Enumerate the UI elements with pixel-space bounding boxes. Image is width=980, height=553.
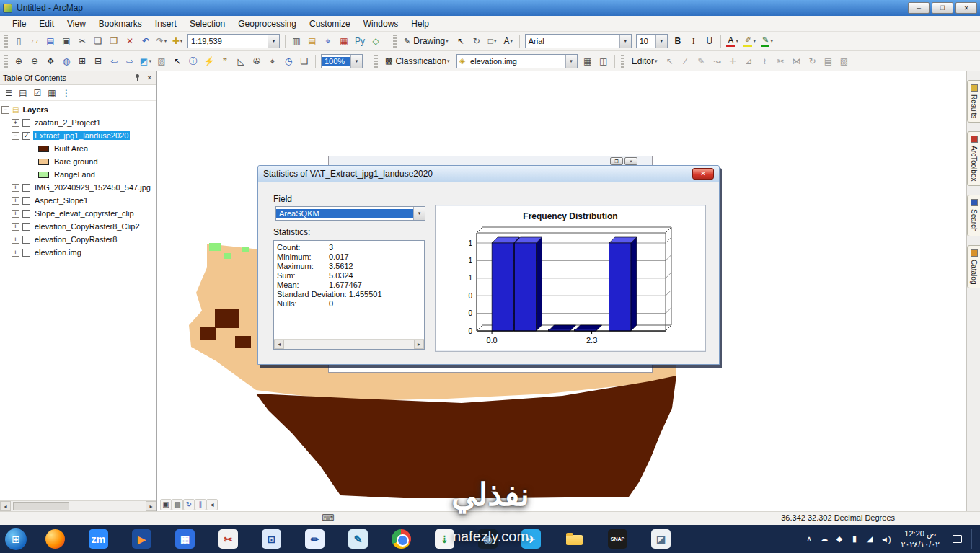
tree-expander-icon[interactable]	[12, 210, 19, 218]
layer-name[interactable]: elevation_CopyRaster8_Clip2	[33, 222, 141, 231]
show-desktop-button[interactable]	[971, 529, 974, 549]
time-slider-icon[interactable]: ◷	[281, 54, 296, 68]
toc-item-zaatari-2-project1[interactable]: zaatari_2_Project1	[0, 116, 156, 129]
zoom-out-icon[interactable]: ⊖	[27, 54, 42, 68]
copy-icon[interactable]: ❏	[91, 34, 105, 48]
close-button[interactable]: ✕	[955, 2, 977, 14]
map-scroll-left-button[interactable]: ◂	[206, 499, 218, 510]
snipping-tool-icon[interactable]: ✂	[218, 529, 238, 549]
attributes-icon[interactable]: ▤	[821, 54, 836, 68]
find-icon[interactable]: ✇	[250, 54, 264, 68]
toc-item-layers[interactable]: ▤Layers	[0, 103, 156, 116]
sketch-properties-icon[interactable]: ▧	[837, 54, 852, 68]
layer-name[interactable]: zaatari_2_Project1	[33, 118, 102, 127]
font-size-dropdown-icon[interactable]: ▾	[655, 35, 667, 48]
file-explorer-icon[interactable]	[565, 529, 584, 549]
pan-icon[interactable]: ✥	[43, 54, 58, 68]
paste-icon[interactable]: ❐	[107, 34, 121, 48]
layer-checkbox[interactable]	[22, 223, 30, 231]
tree-expander-icon[interactable]	[12, 184, 19, 192]
fixed-zoom-out-icon[interactable]: ⊟	[91, 54, 105, 68]
cut-polygons-icon[interactable]: ✂	[774, 54, 788, 68]
font-color-icon[interactable]: A▾	[725, 34, 741, 48]
go-forward-extent-icon[interactable]: ⇨	[123, 54, 137, 68]
rotate-tool-icon[interactable]: ↻	[805, 54, 820, 68]
maximize-button[interactable]: ❐	[932, 2, 953, 14]
dialog-titlebar[interactable]: Statistics of VAT_Extract_jpg1_landuse20…	[258, 166, 719, 182]
layer-name[interactable]: elevation_CopyRaster8	[33, 235, 118, 244]
menu-view[interactable]: View	[61, 17, 92, 30]
modelbuilder-icon[interactable]: ◇	[368, 34, 383, 48]
font-family-dropdown-icon[interactable]: ▾	[619, 35, 631, 48]
tab-results[interactable]: Results	[967, 80, 980, 123]
layer-combo-dropdown-icon[interactable]: ▾	[565, 55, 577, 68]
layer-name[interactable]: RangeLand	[53, 170, 97, 179]
notes-app-icon[interactable]: ✏	[305, 529, 325, 549]
field-combo-dropdown-icon[interactable]: ▾	[413, 207, 425, 220]
bold-icon[interactable]: B	[671, 34, 685, 48]
split-icon[interactable]: ⋈	[790, 54, 804, 68]
toc-item-elevation-img[interactable]: elevation.img	[0, 246, 156, 259]
tab-arctoolbox[interactable]: ArcToolbox	[967, 131, 980, 185]
classification-toolbar-grip[interactable]	[374, 55, 378, 68]
toc-item-slope-elevat-copyrster-clip[interactable]: Slope_elevat_copyrster_clip	[0, 207, 156, 220]
rotate-element-icon[interactable]: ↻	[469, 34, 484, 48]
minimize-button[interactable]: ─	[908, 2, 930, 14]
full-extent-icon[interactable]: ◍	[59, 54, 74, 68]
layer-name[interactable]: Extract_jpg1_landuse2020	[33, 131, 130, 140]
layer-of-interest-combo[interactable]: ◈ elevation.img ▾	[456, 54, 578, 68]
volume-tray-icon[interactable]: ◄)	[880, 535, 891, 544]
toc-legend-built-area[interactable]: Built Area	[0, 142, 156, 155]
classification-menu[interactable]: ▩ Classification ▾	[381, 54, 454, 68]
html-popup-icon[interactable]: ❞	[218, 54, 232, 68]
italic-icon[interactable]: I	[687, 34, 701, 48]
highlight-color-icon[interactable]: ✐▾	[742, 34, 758, 48]
tree-expander-icon[interactable]	[12, 132, 19, 140]
add-data-icon[interactable]: ✚▾	[170, 34, 185, 48]
scroll-left-icon[interactable]: ◂	[0, 501, 11, 511]
map-canvas[interactable]: ❐✕ Statistics of VAT_Extract_jpg1_landus…	[157, 71, 966, 511]
start-button[interactable]: ⊞	[5, 528, 27, 550]
scroll-left-icon[interactable]: ◂	[274, 340, 284, 349]
taskbar-clock[interactable]: 12:20 ص ٢٠٢٤/١٠/٠٢	[901, 528, 940, 550]
shape-tool-icon[interactable]: □▾	[485, 34, 500, 48]
toc-legend-rangeland[interactable]: RangeLand	[0, 168, 156, 181]
line-color-icon[interactable]: ✎▾	[759, 34, 775, 48]
list-by-selection-icon[interactable]: ▦	[45, 87, 58, 99]
screen-capture-icon[interactable]: ⊡	[262, 529, 281, 549]
viewer-window-icon[interactable]: ❏	[297, 54, 312, 68]
telegram-icon[interactable]: ✈	[521, 529, 541, 549]
trace-icon[interactable]: ↝	[710, 54, 725, 68]
cut-icon[interactable]: ✂	[75, 34, 89, 48]
edit-annotation-icon[interactable]: ✎	[694, 54, 709, 68]
statistics-listbox[interactable]: Count:3Minimum:0.017Maximum:3.5612Sum:5.…	[273, 240, 425, 350]
scroll-thumb[interactable]	[13, 502, 69, 510]
tree-expander-icon[interactable]	[1, 106, 9, 114]
measure-icon[interactable]: ◺	[234, 54, 248, 68]
dialog-close-button[interactable]: ✕	[692, 168, 714, 180]
menu-windows[interactable]: Windows	[357, 17, 405, 30]
font-size-combo[interactable]: 10 ▾	[636, 34, 668, 48]
tree-expander-icon[interactable]	[12, 236, 19, 244]
calculator-icon[interactable]: ▦	[175, 529, 195, 549]
layer-checkbox[interactable]	[22, 210, 30, 218]
zoom-in-icon[interactable]: ⊕	[12, 54, 26, 68]
toc-item-elevation-copyraster8[interactable]: elevation_CopyRaster8	[0, 233, 156, 246]
new-map-icon[interactable]: ▯	[12, 34, 26, 48]
menu-file[interactable]: File	[6, 17, 32, 30]
menu-insert[interactable]: Insert	[149, 17, 183, 30]
layer-checkbox[interactable]	[22, 249, 30, 257]
field-combo[interactable]: AreaSQKM ▾	[275, 206, 425, 221]
download-manager-icon[interactable]: ⇣	[435, 529, 454, 549]
screen-recorder-icon[interactable]: ◉	[478, 529, 498, 549]
list-by-visibility-icon[interactable]: ☑	[31, 87, 44, 99]
layer-checkbox[interactable]	[22, 197, 30, 205]
drawing-toolbar-grip[interactable]	[393, 35, 397, 48]
zoom-app-icon[interactable]: zm	[89, 529, 108, 549]
toc-item-extract-jpg1-landuse2020[interactable]: Extract_jpg1_landuse2020	[0, 129, 156, 142]
tab-search[interactable]: Search	[967, 195, 980, 236]
map-scale-dropdown-icon[interactable]: ▾	[268, 35, 279, 48]
notification-center-icon[interactable]	[953, 535, 962, 543]
undo-icon[interactable]: ↶	[138, 34, 153, 48]
layout-view-button[interactable]: ▤	[172, 499, 183, 510]
